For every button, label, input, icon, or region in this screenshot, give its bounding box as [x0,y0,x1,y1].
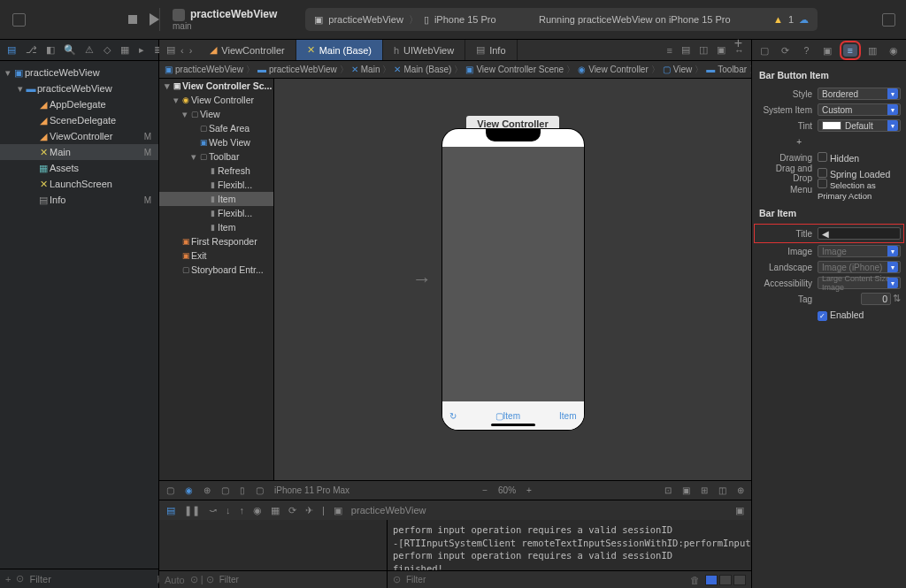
image-select[interactable]: Image [818,245,901,257]
env-override-icon[interactable]: ⟳ [288,505,296,516]
debug-process[interactable]: practiceWebView [351,505,426,515]
outline-storyboard-entr-[interactable]: ▢Storyboard Entr... [159,263,273,277]
outline-flexibl-[interactable]: ▮Flexibl... [159,178,273,192]
title-field[interactable]: ◀ [818,227,901,240]
size-inspector-tab[interactable]: ▥ [867,45,878,56]
toggle-console-icon[interactable]: ▣ [735,505,744,516]
a11y-select[interactable]: Large Content Size Image [818,277,901,289]
view-debug-icon[interactable]: ◉ [253,505,262,516]
step-over-icon[interactable]: ⤻ [209,505,217,516]
outline-exit[interactable]: ▣Exit [159,248,273,263]
activity-bar[interactable]: ▣practiceWebView 〉 ▯iPhone 15 Pro Runnin… [305,8,818,31]
location-icon[interactable]: ✈ [305,505,313,516]
minimap-icon[interactable]: ▤ [681,44,690,56]
breadcrumb[interactable]: ▣practiceWebView〉▬practiceWebView〉✕Main〉… [159,61,751,79]
assistant-icon[interactable]: ▣ [717,44,726,56]
outline-refresh[interactable]: ▮Refresh [159,164,273,178]
breakpoint-tab[interactable]: ▸ [139,44,144,56]
tint-select[interactable]: Default [818,119,901,132]
enabled-checkbox[interactable]: ✓ [818,311,827,321]
trash-icon[interactable]: 🗑 [690,575,700,585]
tab-uiwebview[interactable]: hUIWebView [383,40,465,60]
tab-viewcontroller[interactable]: ◢ViewController [199,40,296,60]
outline-safe-area[interactable]: ▢Safe Area [159,121,273,135]
outline-view[interactable]: ▾▢View [159,107,273,121]
device-selector[interactable]: iPhone 11 Pro Max [274,485,349,495]
nav-item-main[interactable]: ✕MainM [0,144,158,160]
navigator-filter-input[interactable] [29,574,151,584]
connections-inspector-tab[interactable]: ◉ [888,45,899,56]
resolve-icon[interactable]: ▢ [221,485,229,495]
scheme-selector[interactable]: practiceWebView main [159,8,289,31]
zoom-out-icon[interactable]: − [482,485,488,495]
orientation-icon[interactable]: ▢ [256,485,264,495]
tab-main-base-[interactable]: ✕Main (Base) [296,40,383,60]
add-button[interactable]: + [734,35,742,51]
system-item-select[interactable]: Custom [818,103,901,116]
run-button[interactable] [150,13,159,26]
outline-flexibl-[interactable]: ▮Flexibl... [159,206,273,220]
tab-info[interactable]: ▤Info [465,40,517,60]
nav-item-scenedelegate[interactable]: ◢SceneDelegate [0,112,158,128]
align-icon[interactable]: ◉ [185,485,193,495]
nav-item-launchscreen[interactable]: ✕LaunchScreen [0,176,158,192]
hidden-checkbox[interactable] [818,152,827,162]
attributes-inspector-tab[interactable]: ≡ [843,44,857,57]
constraints-icon[interactable]: ⊡ [664,485,672,495]
spring-loaded-checkbox[interactable] [818,168,827,178]
find-tab[interactable]: 🔍 [65,44,75,56]
nav-item-appdelegate[interactable]: ◢AppDelegate [0,96,158,112]
outline-first-responder[interactable]: ▣First Responder [159,234,273,248]
nav-item-practicewebview[interactable]: ▾▣practiceWebView [0,65,158,80]
outline-view-controller[interactable]: ▾◉View Controller [159,93,273,107]
outline-item[interactable]: ▮Item [159,192,273,206]
identity-inspector-tab[interactable]: ▣ [822,45,833,56]
toolbar-item-2[interactable]: Item [559,411,576,421]
nav-item-assets[interactable]: ▦Assets [0,160,158,176]
memory-graph-icon[interactable]: ▦ [271,505,280,516]
landscape-select[interactable]: Image (iPhone) [818,261,901,273]
nav-item-info[interactable]: ▤InfoM [0,192,158,208]
toggle-navigator-icon[interactable] [12,13,26,27]
source-control-tab[interactable]: ⎇ [26,44,36,56]
primary-action-checkbox[interactable] [818,179,827,188]
canvas-icon[interactable]: ◫ [699,44,708,56]
interface-builder-canvas[interactable]: → View Controller ↻ ▢Item Item [274,79,751,480]
pin-icon[interactable]: ⊕ [203,485,211,495]
embed-in-icon[interactable]: ▢ [166,485,174,495]
toolbar-item-1[interactable]: ▢Item [495,411,520,421]
history-inspector-tab[interactable]: ⟳ [780,45,791,56]
document-outline[interactable]: ▾▣View Controller Sc... ▾◉View Controlle… [159,79,274,480]
console-filter-input[interactable] [406,575,685,584]
cloud-icon[interactable]: ☁ [799,14,809,26]
help-inspector-tab[interactable]: ? [801,45,811,56]
auto-scope[interactable]: Auto [165,575,185,585]
device-config-icon[interactable]: ▯ [240,485,245,495]
step-in-icon[interactable]: ↓ [226,505,231,515]
debug-tab[interactable]: ▦ [120,44,129,56]
zoom-level[interactable]: 60% [498,485,516,495]
step-out-icon[interactable]: ↑ [240,505,245,515]
test-tab[interactable]: ◇ [104,44,111,56]
device-preview[interactable]: ↻ ▢Item Item [442,129,584,430]
style-select[interactable]: Bordered [818,88,901,100]
outline-web-view[interactable]: ▣Web View [159,135,273,149]
stop-button[interactable] [128,15,137,24]
bookmark-tab[interactable]: ◧ [46,44,55,56]
add-file-icon[interactable]: + [5,574,11,584]
project-navigator-tab[interactable]: ▤ [7,44,16,56]
tag-field[interactable]: 0 [861,293,891,305]
toggle-inspector-icon[interactable] [882,13,895,27]
zoom-in-icon[interactable]: + [526,485,532,495]
pause-icon[interactable]: ❚❚ [184,505,200,516]
nav-item-practicewebview[interactable]: ▾▬practiceWebView [0,80,158,96]
variables-filter-input[interactable] [219,575,381,584]
outline-toolbar[interactable]: ▾▢Toolbar [159,149,273,164]
toggle-debug-icon[interactable]: ▤ [166,505,175,516]
related-items-icon[interactable]: ▤ [166,44,175,56]
back-icon[interactable]: ‹ [180,45,184,56]
file-inspector-tab[interactable]: ▢ [759,45,770,56]
adjust-editor-icon[interactable]: ≡ [667,45,672,56]
outline-item[interactable]: ▮Item [159,220,273,234]
forward-icon[interactable]: › [189,45,193,56]
